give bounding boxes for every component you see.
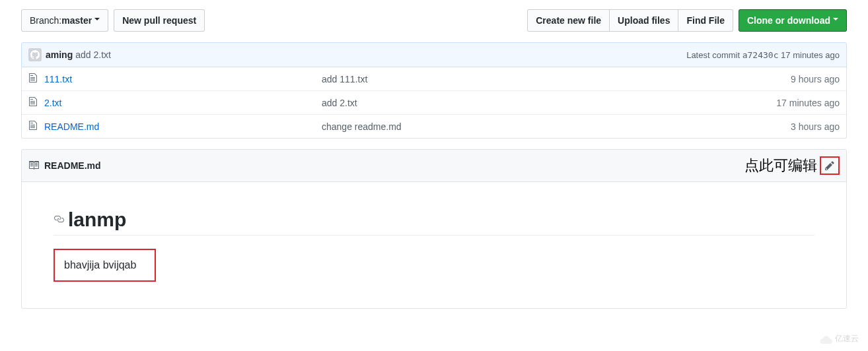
github-icon [30,50,40,59]
file-row: README.md change readme.md 3 hours ago [22,114,846,138]
avatar [28,48,42,61]
readme-body: lanmp bhavjija bvijqab [22,182,846,308]
commit-meta: Latest commit a72430c 17 minutes ago [686,50,840,60]
caret-down-icon [833,18,838,23]
readme-heading: lanmp [68,208,126,231]
pencil-icon [825,160,834,171]
file-list: 111.txt add 111.txt 9 hours ago 2.txt ad… [21,67,847,139]
file-age: 3 hours ago [791,121,840,132]
upload-files-button[interactable]: Upload files [609,9,678,32]
new-pull-request-button[interactable]: New pull request [114,9,205,32]
readme-filename: README.md [44,160,101,171]
file-name-link[interactable]: 2.txt [44,98,61,108]
file-name-link[interactable]: README.md [44,121,99,132]
latest-commit-bar: aming add 2.txt Latest commit a72430c 17… [21,42,847,67]
file-row: 2.txt add 2.txt 17 minutes ago [22,90,846,114]
readme-content-highlight: bhavjija bvijqab [54,249,156,282]
file-icon [28,73,38,85]
commit-time: 17 minutes ago [778,50,840,60]
find-file-button[interactable]: Find File [678,9,733,32]
file-age: 9 hours ago [791,74,840,84]
readme-header: README.md 点此可编辑 [22,150,846,182]
clone-label: Clone or download [747,14,830,27]
create-new-file-button[interactable]: Create new file [527,9,610,32]
branch-name: master [61,14,92,27]
book-icon [28,160,39,172]
caret-down-icon [94,18,100,23]
file-name-link[interactable]: 111.txt [44,74,72,84]
file-icon [28,120,38,133]
latest-commit-label: Latest commit [686,50,742,60]
commit-author[interactable]: aming [46,49,73,60]
branch-label: Branch: [30,14,61,27]
file-commit-msg[interactable]: add 111.txt [322,74,791,84]
file-row: 111.txt add 111.txt 9 hours ago [22,67,846,90]
branch-select-button[interactable]: Branch: master [21,9,108,32]
file-commit-msg[interactable]: change readme.md [322,121,791,132]
edit-readme-button[interactable] [820,156,840,175]
file-commit-msg[interactable]: add 2.txt [322,98,776,108]
readme-panel: README.md 点此可编辑 lanmp bhavjija bvijqab [21,149,847,309]
commit-message[interactable]: add 2.txt [75,49,111,60]
file-icon [28,96,38,109]
edit-annotation: 点此可编辑 [744,156,817,176]
clone-download-button[interactable]: Clone or download [739,9,847,32]
commit-sha[interactable]: a72430c [742,50,779,60]
file-age: 17 minutes ago [776,98,840,108]
file-actions-group: Create new file Upload files Find File [527,9,733,32]
link-icon[interactable] [54,214,64,226]
